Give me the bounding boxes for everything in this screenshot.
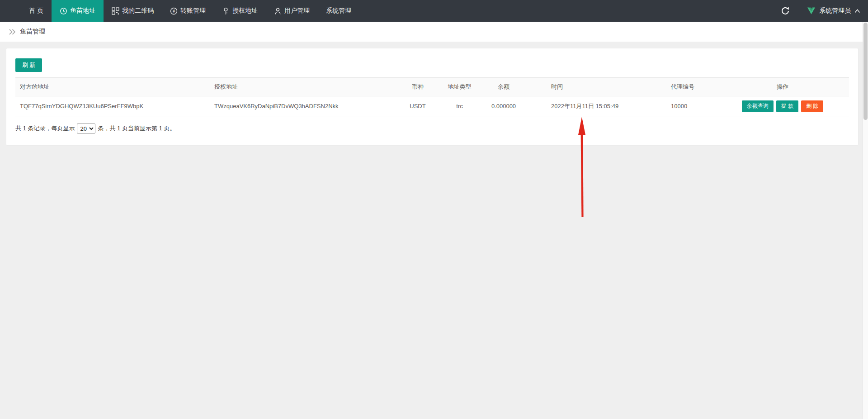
nav-item-transfer-mgmt[interactable]: ¥ 转账管理 — [162, 0, 214, 22]
page-size-select[interactable]: 20 — [77, 124, 95, 133]
breadcrumb: 鱼苗管理 — [0, 22, 868, 42]
qrcode-icon — [112, 7, 119, 15]
nav-item-label: 授权地址 — [232, 7, 258, 15]
nav-item-label: 鱼苗地址 — [70, 7, 95, 15]
col-header-agent-no: 代理编号 — [666, 78, 716, 96]
col-header-auth-address: 授权地址 — [210, 78, 397, 96]
top-nav: 首 页 鱼苗地址 我的二维码 ¥ 转账管理 授权地址 用户管理 系统管理 — [0, 0, 868, 22]
reload-icon[interactable] — [781, 6, 790, 15]
nav-item-label: 系统管理 — [326, 7, 351, 15]
nav-item-label: 首 页 — [29, 7, 43, 15]
fish-address-card: 刷新 对方的地址 授权地址 币种 地址类型 余额 时间 代理编号 操作 TQF7… — [6, 48, 859, 146]
user-name: 系统管理员 — [819, 7, 851, 15]
refresh-button[interactable]: 刷新 — [15, 58, 42, 72]
nav-item-auth-address[interactable]: 授权地址 — [214, 0, 266, 22]
key-icon — [222, 7, 230, 15]
nav-item-home[interactable]: 首 页 — [21, 0, 52, 22]
history-circle-icon — [60, 7, 67, 15]
balance-query-button[interactable]: 余额查询 — [742, 100, 774, 112]
user-icon — [274, 7, 282, 15]
col-header-address-type: 地址类型 — [438, 78, 481, 96]
col-header-currency: 币种 — [397, 78, 438, 96]
table-row: TQF77qSirnYDGHQWZ13KUu6PSerFF9WbpK TWzqu… — [15, 96, 849, 116]
cell-currency: USDT — [397, 96, 438, 116]
svg-text:¥: ¥ — [172, 9, 175, 14]
double-chevron-right-icon — [9, 29, 16, 35]
col-header-actions: 操作 — [716, 78, 849, 96]
scrollbar-thumb[interactable] — [863, 23, 868, 120]
cell-agent-no: 10000 — [666, 96, 716, 116]
cell-peer-address: TQF77qSirnYDGHQWZ13KUu6PSerFF9WbpK — [15, 96, 210, 116]
table-header-row: 对方的地址 授权地址 币种 地址类型 余额 时间 代理编号 操作 — [15, 78, 849, 96]
nav-right-section: 系统管理员 — [781, 0, 860, 22]
fish-address-table: 对方的地址 授权地址 币种 地址类型 余额 时间 代理编号 操作 TQF77qS… — [15, 77, 849, 116]
nav-item-label: 用户管理 — [284, 7, 310, 15]
col-header-time: 时间 — [526, 78, 666, 96]
chevron-up-icon — [854, 9, 860, 13]
col-header-balance: 余额 — [481, 78, 526, 96]
vue-logo-icon — [807, 7, 816, 15]
cell-balance: 0.000000 — [481, 96, 526, 116]
pagination-bar: 共 1 条记录，每页显示 20 条，共 1 页当前显示第 1 页。 — [15, 124, 849, 133]
withdraw-button[interactable]: 提 款 — [776, 100, 798, 112]
cell-auth-address: TWzqueaVK6RyDaNpiB7DvWQ3hADFSN2Nkk — [210, 96, 397, 116]
nav-item-fish-address[interactable]: 鱼苗地址 — [52, 0, 104, 22]
nav-item-my-qrcode[interactable]: 我的二维码 — [104, 0, 162, 22]
pagination-suffix-text: 条，共 1 页当前显示第 1 页。 — [98, 124, 175, 133]
yen-circle-icon: ¥ — [170, 7, 178, 15]
cell-actions: 余额查询 提 款 删 除 — [716, 96, 849, 116]
pagination-prefix-text: 共 1 条记录，每页显示 — [15, 124, 75, 133]
page-title: 鱼苗管理 — [20, 28, 45, 36]
delete-button[interactable]: 删 除 — [801, 100, 823, 112]
nav-item-label: 转账管理 — [180, 7, 206, 15]
user-menu[interactable]: 系统管理员 — [807, 7, 860, 15]
col-header-peer-address: 对方的地址 — [15, 78, 210, 96]
nav-item-user-mgmt[interactable]: 用户管理 — [266, 0, 318, 22]
nav-item-label: 我的二维码 — [122, 7, 154, 15]
cell-address-type: trc — [438, 96, 481, 116]
cell-time: 2022年11月11日 15:05:49 — [526, 96, 666, 116]
nav-item-system-mgmt[interactable]: 系统管理 — [318, 0, 359, 22]
vertical-scrollbar — [863, 22, 868, 419]
